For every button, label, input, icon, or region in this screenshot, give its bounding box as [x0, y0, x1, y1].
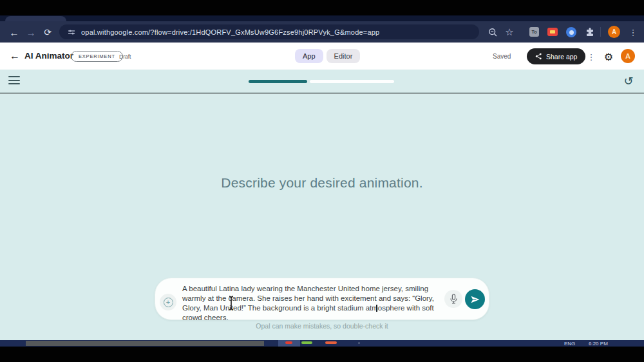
browser-forward-icon[interactable]: → [23, 24, 39, 40]
site-settings-icon[interactable] [67, 28, 76, 37]
taskbar-orange-app-icon[interactable] [325, 341, 337, 344]
zoom-icon[interactable] [486, 24, 500, 40]
share-app-button[interactable]: Share app [527, 48, 585, 64]
mouse-ibeam-cursor [227, 295, 236, 314]
taskbar-window-preview[interactable] [26, 341, 264, 346]
extension-red-icon[interactable] [547, 28, 558, 36]
app-back-button[interactable]: ← [6, 48, 23, 64]
toolbar-divider [600, 27, 601, 37]
experiment-badge: EXPERIMENT [71, 51, 123, 62]
settings-gear-icon[interactable]: ⚙ [601, 49, 616, 64]
share-icon [535, 53, 542, 60]
app-profile-avatar[interactable]: A [621, 49, 635, 63]
browser-tabstrip [0, 15, 644, 21]
add-attachment-button[interactable]: + [160, 294, 176, 310]
taskbar-language[interactable]: ENG [564, 341, 575, 347]
share-label: Share app [546, 53, 577, 61]
browser-profile-avatar[interactable]: A [608, 26, 620, 38]
tab-app[interactable]: App [295, 49, 323, 63]
hamburger-menu-icon[interactable] [8, 76, 20, 84]
taskbar-green-app-icon[interactable] [301, 341, 312, 344]
url-text[interactable]: opal.withgoogle.com/?flow=drive:/1HdQORF… [81, 28, 379, 36]
url-bar[interactable]: opal.withgoogle.com/?flow=drive:/1HdQORF… [59, 24, 479, 39]
browser-back-icon[interactable]: ← [6, 24, 22, 40]
prompt-input[interactable]: A beautiful Latina lady wearing the Manc… [182, 284, 442, 323]
saved-status: Saved [493, 53, 511, 60]
mic-icon [450, 294, 458, 304]
letterbox-top [0, 0, 644, 15]
extensions-puzzle-icon[interactable] [583, 24, 597, 40]
taskbar-dot [358, 342, 360, 344]
app-title: AI Animator [24, 51, 73, 61]
tab-editor[interactable]: Editor [327, 49, 361, 63]
bookmark-star-icon[interactable]: ☆ [502, 24, 516, 40]
text-caret [376, 305, 377, 312]
app-menu-icon[interactable]: ⋮ [585, 49, 598, 64]
send-button[interactable] [465, 289, 485, 309]
mic-button[interactable] [444, 290, 462, 308]
send-icon [471, 296, 480, 303]
disclaimer-text: Opal can make mistakes, so double-check … [0, 322, 644, 330]
view-toggle: App Editor [295, 49, 360, 63]
draft-label: Draft [119, 53, 131, 60]
extension-blue-icon[interactable] [566, 27, 576, 37]
extension-gray-icon[interactable]: To [529, 27, 539, 37]
browser-menu-icon[interactable]: ⋮ [626, 24, 640, 40]
letterbox-bottom [0, 347, 644, 362]
progress-step-next [310, 80, 394, 83]
page-title: Describe your desired animation. [0, 175, 644, 191]
taskbar-clock[interactable]: 6:20 PM [589, 341, 608, 347]
taskbar-red-app-icon[interactable] [285, 341, 292, 344]
progress-step-current [249, 80, 307, 83]
screen: ← → ⟳ opal.withgoogle.com/?flow=drive:/1… [0, 0, 644, 362]
plus-icon: + [164, 298, 173, 307]
browser-reload-icon[interactable]: ⟳ [40, 24, 55, 40]
reset-icon[interactable]: ↺ [620, 72, 638, 90]
